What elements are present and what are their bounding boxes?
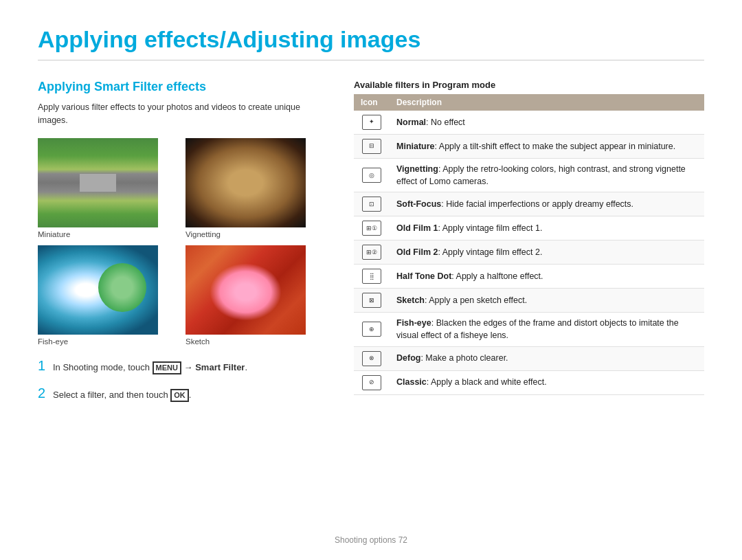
oldfilm1-icon: ⊞①	[362, 221, 381, 236]
image-sketch	[186, 245, 306, 335]
filter-name: Fish-eye	[396, 318, 431, 328]
content-wrapper: Applying Smart Filter effects Apply vari…	[38, 80, 704, 410]
image-item-miniature: Miniature	[38, 138, 179, 238]
step-2: 2 Select a filter, and then touch OK.	[38, 383, 326, 403]
filter-table: Icon Description ✦Normal: No effect⊟Mini…	[354, 94, 704, 395]
image-vignetting	[186, 138, 306, 227]
table-row: ⊞②Old Film 2: Apply vintage film effect …	[354, 240, 704, 265]
left-column: Applying Smart Filter effects Apply vari…	[38, 80, 326, 410]
filter-icon-cell: ◎	[354, 159, 390, 192]
sketch-photo	[186, 245, 306, 335]
image-miniature	[38, 138, 158, 227]
table-title: Available filters in Program mode	[354, 80, 704, 90]
filter-desc-cell: Soft-Focus: Hide facial imperfections or…	[390, 192, 704, 216]
filter-name: Defog	[396, 353, 420, 363]
filter-icon-cell: ⊕	[354, 313, 390, 346]
section-description: Apply various filter effects to your pho…	[38, 101, 326, 127]
step-2-text: Select a filter, and then touch OK.	[53, 388, 191, 402]
filter-icon-cell: ⊘	[354, 370, 390, 394]
filter-description: : Make a photo clearer.	[420, 353, 508, 363]
filter-name: Miniature	[396, 142, 435, 151]
table-row: ⊗Defog: Make a photo clearer.	[354, 346, 704, 370]
fisheye-icon: ⊕	[362, 322, 381, 337]
image-item-sketch: Sketch	[186, 245, 326, 346]
fisheye-caption: Fish-eye	[38, 337, 179, 346]
filter-name: Normal	[396, 117, 426, 127]
filter-desc-cell: Miniature: Apply a tilt-shift effect to …	[390, 135, 704, 159]
filter-description: : Blacken the edges of the frame and dis…	[396, 318, 679, 340]
step-1: 1 In Shooting mode, touch MENU → Smart F…	[38, 355, 326, 376]
image-grid: Miniature Vignetting Fish-eye	[38, 138, 326, 346]
filter-icon-cell: ⣿	[354, 265, 390, 289]
filter-name: Soft-Focus	[396, 199, 441, 209]
sketch-caption: Sketch	[186, 337, 326, 346]
vignetting-photo	[186, 138, 306, 227]
filter-table-header: Icon Description	[354, 94, 704, 111]
filter-desc-cell: Defog: Make a photo clearer.	[390, 346, 704, 370]
table-row: ⊘Classic: Apply a black and white effect…	[354, 370, 704, 394]
filter-icon-cell: ⊞①	[354, 216, 390, 240]
filter-name: Old Film 2	[396, 247, 438, 257]
menu-icon-box: MENU	[153, 361, 181, 374]
filter-desc-cell: Fish-eye: Blacken the edges of the frame…	[390, 313, 704, 346]
filter-name: Half Tone Dot	[396, 271, 451, 281]
image-item-vignetting: Vignetting	[186, 138, 326, 238]
step-1-number: 1	[38, 355, 49, 376]
col-description: Description	[390, 94, 704, 111]
filter-icon-cell: ⊡	[354, 192, 390, 216]
table-row: ⊟Miniature: Apply a tilt-shift effect to…	[354, 135, 704, 159]
normal-icon: ✦	[362, 115, 381, 130]
page-footer: Shooting options 72	[335, 535, 407, 545]
miniature-photo	[38, 138, 158, 227]
filter-desc-cell: Old Film 1: Apply vintage film effect 1.	[390, 216, 704, 240]
classic-icon: ⊘	[362, 375, 381, 390]
table-row: ⊞①Old Film 1: Apply vintage film effect …	[354, 216, 704, 240]
filter-description: : Hide facial imperfections or apply dre…	[441, 199, 633, 209]
filter-desc-cell: Vignetting: Apply the retro-looking colo…	[390, 159, 704, 192]
filter-name: Old Film 1	[396, 223, 438, 233]
defog-icon: ⊗	[362, 351, 381, 366]
table-row: ⣿Half Tone Dot: Apply a halftone effect.	[354, 265, 704, 289]
image-fisheye	[38, 245, 158, 335]
filter-desc-cell: Half Tone Dot: Apply a halftone effect.	[390, 265, 704, 289]
filter-description: : Apply a halftone effect.	[451, 271, 543, 281]
step-1-text: In Shooting mode, touch MENU → Smart Fil…	[53, 361, 247, 374]
vignetting-caption: Vignetting	[186, 230, 326, 238]
table-row: ◎Vignetting: Apply the retro-looking col…	[354, 159, 704, 192]
filter-description: : Apply the retro-looking colors, high c…	[396, 164, 686, 186]
smart-filter-label: Smart Filter	[195, 362, 245, 372]
filter-table-body: ✦Normal: No effect⊟Miniature: Apply a ti…	[354, 111, 704, 394]
filter-name: Vignetting	[396, 164, 438, 174]
table-row: ✦Normal: No effect	[354, 111, 704, 135]
miniature-icon: ⊟	[362, 139, 381, 154]
ok-box: OK	[170, 389, 189, 402]
step-2-number: 2	[38, 383, 49, 403]
filter-description: : Apply a tilt-shift effect to make the …	[435, 142, 676, 151]
steps-list: 1 In Shooting mode, touch MENU → Smart F…	[38, 355, 326, 403]
filter-icon-cell: ⊞②	[354, 240, 390, 265]
filter-icon-cell: ✦	[354, 111, 390, 135]
sketch-icon: ⊠	[362, 293, 381, 308]
filter-icon-cell: ⊟	[354, 135, 390, 159]
filter-icon-cell: ⊗	[354, 346, 390, 370]
filter-description: : Apply a black and white effect.	[427, 377, 547, 387]
filter-desc-cell: Old Film 2: Apply vintage film effect 2.	[390, 240, 704, 265]
filter-desc-cell: Classic: Apply a black and white effect.	[390, 370, 704, 394]
page-container: Applying effects/Adjusting images Applyi…	[0, 0, 742, 431]
filter-description: : Apply vintage film effect 1.	[438, 223, 542, 233]
fisheye-photo	[38, 245, 158, 335]
filter-name: Classic	[396, 377, 427, 387]
miniature-caption: Miniature	[38, 230, 179, 238]
col-icon: Icon	[354, 94, 390, 111]
halftone-icon: ⣿	[362, 269, 381, 284]
table-row: ⊡Soft-Focus: Hide facial imperfections o…	[354, 192, 704, 216]
oldfilm2-icon: ⊞②	[362, 245, 381, 260]
table-row: ⊠Sketch: Apply a pen sketch effect.	[354, 289, 704, 313]
table-row: ⊕Fish-eye: Blacken the edges of the fram…	[354, 313, 704, 346]
filter-icon-cell: ⊠	[354, 289, 390, 313]
filter-description: : No effect	[426, 117, 465, 127]
image-item-fisheye: Fish-eye	[38, 245, 179, 346]
filter-desc-cell: Sketch: Apply a pen sketch effect.	[390, 289, 704, 313]
filter-desc-cell: Normal: No effect	[390, 111, 704, 135]
filter-description: : Apply vintage film effect 2.	[438, 247, 542, 257]
